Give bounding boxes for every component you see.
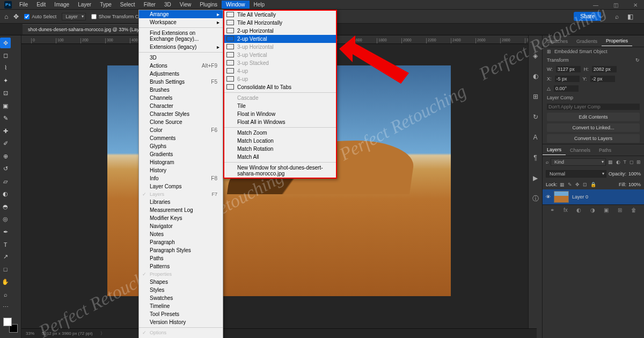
angle-input[interactable] bbox=[554, 85, 579, 92]
kind-dropdown[interactable]: Kind bbox=[551, 158, 606, 166]
menu-item[interactable]: Comments bbox=[139, 134, 223, 142]
stamp-tool[interactable]: ⊕ bbox=[0, 151, 11, 161]
menu-item[interactable]: Modifier Keys bbox=[139, 214, 223, 222]
submenu-item[interactable]: 2-up Horizontal bbox=[224, 27, 336, 35]
menu-item[interactable]: Clone Source bbox=[139, 118, 223, 126]
menu-plugins[interactable]: Plugins bbox=[195, 1, 222, 9]
menu-item[interactable]: 3D bbox=[139, 54, 223, 62]
edit-contents-button[interactable]: Edit Contents bbox=[547, 113, 640, 121]
frame-tool[interactable]: ▣ bbox=[0, 100, 11, 111]
menu-item[interactable]: History bbox=[139, 166, 223, 174]
menu-item[interactable]: Paragraph Styles bbox=[139, 246, 223, 254]
dodge-tool[interactable]: ◎ bbox=[0, 214, 11, 225]
submenu-item[interactable]: Tile bbox=[224, 102, 336, 110]
window-controls[interactable]: —◫✕ bbox=[589, 1, 642, 9]
paragraph-icon[interactable]: ¶ bbox=[531, 153, 540, 162]
menu-file[interactable]: File bbox=[15, 1, 32, 9]
menu-item[interactable]: Find Extensions on Exchange (legacy)... bbox=[139, 29, 223, 43]
menu-edit[interactable]: Edit bbox=[32, 1, 50, 9]
menu-item[interactable]: Gradients bbox=[139, 150, 223, 158]
trash-icon[interactable]: 🗑 bbox=[631, 207, 636, 213]
submenu-item[interactable]: Float All in Windows bbox=[224, 118, 336, 126]
layer-comp-dd[interactable] bbox=[543, 102, 644, 112]
submenu-item[interactable]: New Window for shot-dunes-desert-sahara-… bbox=[224, 164, 336, 178]
gradient-tool[interactable]: ◐ bbox=[0, 189, 11, 200]
menu-item[interactable]: ActionsAlt+F9 bbox=[139, 62, 223, 70]
submenu-item[interactable]: Float in Window bbox=[224, 110, 336, 118]
menu-item[interactable]: Adjustments bbox=[139, 70, 223, 78]
hand-tool[interactable]: ✋ bbox=[0, 277, 11, 288]
brush-tool[interactable]: ✐ bbox=[0, 138, 11, 149]
blend-mode[interactable]: Normal bbox=[546, 170, 606, 178]
menu-item[interactable]: InfoF8 bbox=[139, 174, 223, 182]
more-tools[interactable]: ⋯ bbox=[0, 302, 11, 313]
character-icon[interactable]: A bbox=[531, 133, 540, 142]
menu-type[interactable]: Type bbox=[96, 1, 116, 9]
menu-item[interactable]: Swatches bbox=[139, 294, 223, 302]
menu-item[interactable]: Version History bbox=[139, 318, 223, 326]
menu-view[interactable]: View bbox=[175, 1, 196, 9]
blur-tool[interactable]: ◓ bbox=[0, 201, 11, 212]
menu-item[interactable]: Arrange bbox=[139, 10, 223, 18]
libraries-icon[interactable]: ⊞ bbox=[531, 92, 540, 101]
menu-item[interactable]: Paragraph bbox=[139, 238, 223, 246]
menu-filter[interactable]: Filter bbox=[140, 1, 160, 9]
gradients-tab[interactable]: Gradients bbox=[572, 36, 602, 46]
swatches-tab[interactable]: Swatches bbox=[543, 36, 572, 46]
lasso-tool[interactable]: ⌇ bbox=[0, 63, 11, 74]
color-swatches[interactable] bbox=[3, 318, 18, 333]
move-tool[interactable]: ✥ bbox=[0, 38, 11, 48]
menu-item[interactable]: Properties bbox=[139, 270, 223, 278]
home-icon[interactable]: ⌂ bbox=[4, 13, 8, 20]
y-input[interactable] bbox=[590, 76, 615, 82]
history-brush[interactable]: ↺ bbox=[0, 164, 11, 174]
menu-item[interactable]: Character Styles bbox=[139, 110, 223, 118]
submenu-item[interactable]: 2-up Vertical bbox=[224, 35, 336, 43]
convert-layers-button[interactable]: Convert to Layers bbox=[547, 134, 640, 143]
convert-linked-button[interactable]: Convert to Linked... bbox=[547, 123, 640, 132]
menu-item[interactable]: Libraries bbox=[139, 198, 223, 206]
menu-item[interactable]: Histogram bbox=[139, 158, 223, 166]
width-input[interactable] bbox=[556, 66, 581, 72]
marquee-tool[interactable]: ◻ bbox=[0, 50, 11, 61]
adjustment-icon[interactable]: ◑ bbox=[590, 207, 595, 213]
history-icon[interactable]: ↻ bbox=[531, 113, 540, 121]
layer-row[interactable]: 👁 Layer 0 bbox=[543, 189, 644, 204]
share-button[interactable]: Share bbox=[574, 12, 601, 21]
menu-item[interactable]: Channels bbox=[139, 94, 223, 102]
menu-item[interactable]: Timeline bbox=[139, 302, 223, 310]
menu-item[interactable]: Paths bbox=[139, 254, 223, 262]
auto-select-checkbox[interactable]: Auto Select bbox=[24, 14, 56, 19]
new-layer-icon[interactable]: ⊞ bbox=[618, 207, 622, 213]
submenu-item[interactable]: Consolidate All to Tabs bbox=[224, 83, 336, 91]
menu-item[interactable]: Measurement Log bbox=[139, 206, 223, 214]
submenu-item[interactable]: Match All bbox=[224, 153, 336, 161]
wand-tool[interactable]: ✦ bbox=[0, 75, 11, 86]
menu-3d[interactable]: 3D bbox=[160, 1, 175, 9]
link-icon[interactable]: ⚭ bbox=[550, 207, 554, 213]
menu-item[interactable]: Glyphs bbox=[139, 142, 223, 150]
properties-tab[interactable]: Properties bbox=[602, 36, 632, 46]
menu-item[interactable]: LayersF7 bbox=[139, 190, 223, 198]
submenu-item[interactable]: Match Zoom bbox=[224, 129, 336, 137]
menu-window[interactable]: Window bbox=[222, 1, 250, 9]
menu-item[interactable]: Extensions (legacy) bbox=[139, 43, 223, 51]
filter-icons[interactable]: ▦◐T◻⊞ bbox=[608, 159, 641, 165]
menu-item[interactable]: Notes bbox=[139, 230, 223, 238]
actions-icon[interactable]: ▶ bbox=[531, 174, 540, 182]
reset-icon[interactable]: ↻ bbox=[635, 57, 640, 63]
paths-tab[interactable]: Paths bbox=[595, 145, 616, 155]
menu-select[interactable]: Select bbox=[116, 1, 140, 9]
menu-item[interactable]: Character bbox=[139, 102, 223, 110]
layer-dropdown[interactable]: Layer bbox=[62, 13, 86, 20]
menu-item[interactable]: Shapes bbox=[139, 278, 223, 286]
layers-tab[interactable]: Layers bbox=[543, 145, 566, 155]
menu-item[interactable]: Navigator bbox=[139, 222, 223, 230]
group-icon[interactable]: ▣ bbox=[604, 207, 609, 213]
channels-tab[interactable]: Channels bbox=[566, 145, 595, 155]
menu-item[interactable]: Brush SettingsF5 bbox=[139, 78, 223, 86]
adjustments-icon[interactable]: ◐ bbox=[531, 72, 540, 80]
submenu-item[interactable]: Tile All Horizontally bbox=[224, 19, 336, 27]
menu-layer[interactable]: Layer bbox=[74, 1, 96, 9]
type-tool[interactable]: T bbox=[0, 239, 11, 250]
